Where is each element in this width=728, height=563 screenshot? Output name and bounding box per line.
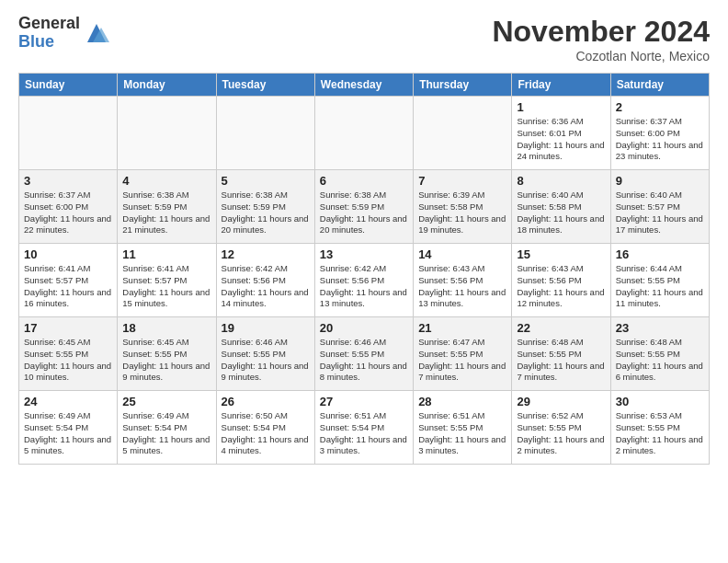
calendar: Sunday Monday Tuesday Wednesday Thursday… [18, 73, 710, 465]
day-info: Sunrise: 6:40 AM Sunset: 5:57 PM Dayligh… [616, 190, 704, 236]
table-row: 25Sunrise: 6:49 AM Sunset: 5:54 PM Dayli… [118, 391, 216, 465]
day-info: Sunrise: 6:38 AM Sunset: 5:59 PM Dayligh… [122, 190, 210, 236]
table-row: 29Sunrise: 6:52 AM Sunset: 5:55 PM Dayli… [512, 391, 610, 465]
location: Cozotlan Norte, Mexico [492, 49, 710, 63]
day-number: 24 [24, 395, 112, 408]
table-row: 23Sunrise: 6:48 AM Sunset: 5:55 PM Dayli… [610, 317, 709, 391]
table-row: 22Sunrise: 6:48 AM Sunset: 5:55 PM Dayli… [512, 317, 610, 391]
day-number: 30 [616, 395, 704, 408]
day-number: 25 [122, 395, 210, 408]
table-row: 3Sunrise: 6:37 AM Sunset: 6:00 PM Daylig… [19, 170, 118, 244]
day-info: Sunrise: 6:46 AM Sunset: 5:55 PM Dayligh… [320, 337, 408, 384]
col-friday: Friday [512, 74, 610, 97]
table-row: 11Sunrise: 6:41 AM Sunset: 5:57 PM Dayli… [118, 244, 216, 317]
day-info: Sunrise: 6:42 AM Sunset: 5:56 PM Dayligh… [320, 263, 408, 310]
col-wednesday: Wednesday [314, 74, 413, 97]
table-row: 12Sunrise: 6:42 AM Sunset: 5:56 PM Dayli… [216, 244, 314, 317]
table-row: 26Sunrise: 6:50 AM Sunset: 5:54 PM Dayli… [216, 391, 314, 465]
table-row: 4Sunrise: 6:38 AM Sunset: 5:59 PM Daylig… [118, 170, 216, 244]
col-tuesday: Tuesday [216, 74, 314, 97]
table-row: 8Sunrise: 6:40 AM Sunset: 5:58 PM Daylig… [512, 170, 610, 244]
day-info: Sunrise: 6:46 AM Sunset: 5:55 PM Dayligh… [222, 337, 310, 384]
day-number: 8 [517, 174, 605, 188]
day-number: 15 [517, 247, 605, 261]
header: General Blue November 2024 Cozotlan Nort… [18, 15, 710, 63]
table-row: 30Sunrise: 6:53 AM Sunset: 5:55 PM Dayli… [610, 391, 709, 465]
day-number: 2 [616, 100, 704, 114]
day-info: Sunrise: 6:43 AM Sunset: 5:56 PM Dayligh… [418, 263, 506, 310]
calendar-week-row: 1Sunrise: 6:36 AM Sunset: 6:01 PM Daylig… [19, 97, 710, 170]
day-info: Sunrise: 6:48 AM Sunset: 5:55 PM Dayligh… [517, 337, 605, 384]
day-info: Sunrise: 6:53 AM Sunset: 5:55 PM Dayligh… [616, 410, 704, 457]
day-info: Sunrise: 6:48 AM Sunset: 5:55 PM Dayligh… [616, 337, 704, 384]
table-row: 14Sunrise: 6:43 AM Sunset: 5:56 PM Dayli… [414, 244, 512, 317]
day-info: Sunrise: 6:49 AM Sunset: 5:54 PM Dayligh… [24, 410, 112, 457]
table-row: 9Sunrise: 6:40 AM Sunset: 5:57 PM Daylig… [610, 170, 709, 244]
logo: General Blue [18, 15, 109, 52]
table-row: 5Sunrise: 6:38 AM Sunset: 5:59 PM Daylig… [216, 170, 314, 244]
day-info: Sunrise: 6:40 AM Sunset: 5:58 PM Dayligh… [517, 190, 605, 236]
calendar-week-row: 17Sunrise: 6:45 AM Sunset: 5:55 PM Dayli… [19, 317, 710, 391]
day-number: 1 [517, 100, 605, 114]
table-row [19, 97, 118, 170]
col-thursday: Thursday [414, 74, 512, 97]
day-info: Sunrise: 6:44 AM Sunset: 5:55 PM Dayligh… [616, 263, 704, 310]
day-number: 28 [418, 395, 506, 408]
day-number: 23 [616, 321, 704, 335]
day-number: 17 [24, 321, 112, 335]
page: General Blue November 2024 Cozotlan Nort… [0, 0, 728, 474]
table-row: 7Sunrise: 6:39 AM Sunset: 5:58 PM Daylig… [414, 170, 512, 244]
day-number: 6 [320, 174, 408, 188]
table-row [118, 97, 216, 170]
day-number: 27 [320, 395, 408, 408]
day-info: Sunrise: 6:49 AM Sunset: 5:54 PM Dayligh… [122, 410, 210, 457]
col-saturday: Saturday [610, 74, 709, 97]
table-row: 28Sunrise: 6:51 AM Sunset: 5:55 PM Dayli… [414, 391, 512, 465]
day-number: 18 [122, 321, 210, 335]
day-info: Sunrise: 6:47 AM Sunset: 5:55 PM Dayligh… [418, 337, 506, 384]
day-number: 12 [222, 247, 310, 261]
logo-general: General [18, 15, 80, 33]
day-info: Sunrise: 6:45 AM Sunset: 5:55 PM Dayligh… [24, 337, 112, 384]
title-block: November 2024 Cozotlan Norte, Mexico [492, 15, 710, 63]
day-number: 20 [320, 321, 408, 335]
day-info: Sunrise: 6:37 AM Sunset: 6:00 PM Dayligh… [616, 116, 704, 163]
calendar-week-row: 3Sunrise: 6:37 AM Sunset: 6:00 PM Daylig… [19, 170, 710, 244]
table-row: 21Sunrise: 6:47 AM Sunset: 5:55 PM Dayli… [414, 317, 512, 391]
day-info: Sunrise: 6:38 AM Sunset: 5:59 PM Dayligh… [320, 190, 408, 236]
day-number: 3 [24, 174, 112, 188]
day-number: 14 [418, 247, 506, 261]
table-row: 24Sunrise: 6:49 AM Sunset: 5:54 PM Dayli… [19, 391, 118, 465]
day-info: Sunrise: 6:45 AM Sunset: 5:55 PM Dayligh… [122, 337, 210, 384]
day-info: Sunrise: 6:41 AM Sunset: 5:57 PM Dayligh… [122, 263, 210, 310]
day-number: 16 [616, 247, 704, 261]
logo-blue: Blue [18, 33, 80, 52]
table-row: 2Sunrise: 6:37 AM Sunset: 6:00 PM Daylig… [610, 97, 709, 170]
day-info: Sunrise: 6:52 AM Sunset: 5:55 PM Dayligh… [517, 410, 605, 457]
table-row: 15Sunrise: 6:43 AM Sunset: 5:56 PM Dayli… [512, 244, 610, 317]
table-row: 19Sunrise: 6:46 AM Sunset: 5:55 PM Dayli… [216, 317, 314, 391]
calendar-week-row: 10Sunrise: 6:41 AM Sunset: 5:57 PM Dayli… [19, 244, 710, 317]
day-number: 13 [320, 247, 408, 261]
calendar-week-row: 24Sunrise: 6:49 AM Sunset: 5:54 PM Dayli… [19, 391, 710, 465]
table-row: 27Sunrise: 6:51 AM Sunset: 5:54 PM Dayli… [314, 391, 413, 465]
table-row: 10Sunrise: 6:41 AM Sunset: 5:57 PM Dayli… [19, 244, 118, 317]
day-number: 11 [122, 247, 210, 261]
logo-icon [84, 20, 109, 46]
day-info: Sunrise: 6:51 AM Sunset: 5:54 PM Dayligh… [320, 410, 408, 457]
day-number: 4 [122, 174, 210, 188]
day-number: 7 [418, 174, 506, 188]
table-row: 6Sunrise: 6:38 AM Sunset: 5:59 PM Daylig… [314, 170, 413, 244]
table-row [216, 97, 314, 170]
day-info: Sunrise: 6:36 AM Sunset: 6:01 PM Dayligh… [517, 116, 605, 163]
day-number: 22 [517, 321, 605, 335]
day-number: 26 [222, 395, 310, 408]
day-info: Sunrise: 6:43 AM Sunset: 5:56 PM Dayligh… [517, 263, 605, 310]
day-info: Sunrise: 6:39 AM Sunset: 5:58 PM Dayligh… [418, 190, 506, 236]
day-info: Sunrise: 6:50 AM Sunset: 5:54 PM Dayligh… [222, 410, 310, 457]
month-title: November 2024 [492, 15, 710, 49]
day-info: Sunrise: 6:37 AM Sunset: 6:00 PM Dayligh… [24, 190, 112, 236]
col-sunday: Sunday [19, 74, 118, 97]
table-row: 17Sunrise: 6:45 AM Sunset: 5:55 PM Dayli… [19, 317, 118, 391]
day-number: 10 [24, 247, 112, 261]
